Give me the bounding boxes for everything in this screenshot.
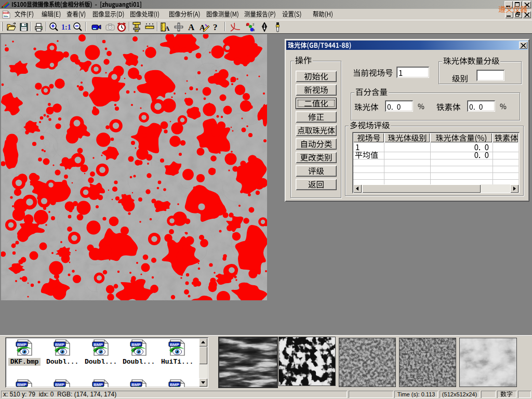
- svg-text:3: 3: [253, 29, 255, 32]
- svg-text:2: 2: [252, 23, 255, 26]
- svg-text:A: A: [165, 24, 170, 32]
- svg-text:DOC: DOC: [3, 11, 9, 15]
